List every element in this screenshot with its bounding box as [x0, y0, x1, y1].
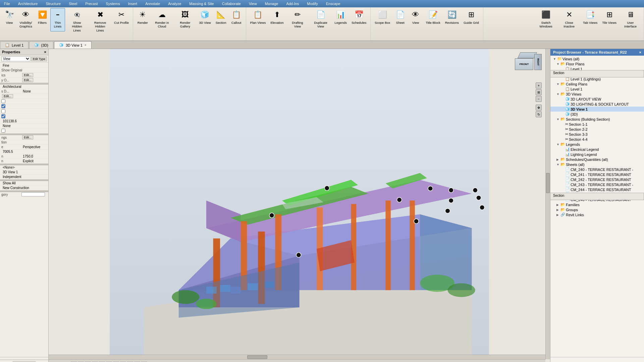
nav-manage[interactable]: Manage: [262, 1, 281, 6]
tree-sections-building[interactable]: ▼ 📂 Sections (Building Section): [550, 117, 644, 122]
expand-families[interactable]: ▶: [556, 203, 560, 206]
expand-legends[interactable]: ▼: [556, 143, 560, 146]
tab-views-btn[interactable]: 📑 Tab Views: [581, 8, 599, 32]
close-inactive-btn[interactable]: ✕ Close Inactive: [558, 8, 580, 32]
tree-3d-lighting[interactable]: 🧊 3D LIGHTING & SOCKET LAYOUT: [550, 102, 644, 107]
user-interface-btn[interactable]: 🖥 User Interface: [619, 8, 642, 32]
cb3-checkbox[interactable]: [1, 109, 5, 113]
tree-ceiling-level1[interactable]: 📋 Level 1: [550, 86, 644, 92]
cb2-checkbox[interactable]: [1, 104, 5, 108]
show-hidden-lines-btn[interactable]: 👁‍🗨 Show Hidden Lines: [66, 8, 88, 34]
switch-windows-btn[interactable]: ⬛ Switch Windows: [535, 8, 557, 32]
viewport-h-scrollbar[interactable]: [49, 355, 545, 359]
tree-floor-plans[interactable]: ▼ 📂 Floor Plans: [550, 61, 644, 66]
zoom-in-btn[interactable]: +: [536, 82, 542, 88]
tab-3d-view1-close[interactable]: ×: [85, 43, 87, 47]
tree-section-2-2[interactable]: ✂ Section 2-2: [550, 127, 644, 132]
tree-3d-bracket[interactable]: 🧊 {3D}: [550, 112, 644, 117]
project-browser-close[interactable]: ×: [639, 50, 641, 54]
tile-views-btn[interactable]: ⊞ Tile Views: [600, 8, 619, 32]
nav-collaborate[interactable]: Collaborate: [219, 1, 244, 6]
cut-profile-btn[interactable]: ✂ Cut Profile: [112, 8, 131, 32]
view-ribbon-btn[interactable]: 🔭 View: [2, 8, 17, 32]
render-gallery-btn[interactable]: 🖼 Render Gallery: [174, 8, 196, 32]
tree-cm245[interactable]: 📄 CM_245 - TERRACE RESTAURANT: [550, 192, 644, 197]
cb4-checkbox[interactable]: [1, 114, 5, 118]
nav-structure[interactable]: Structure: [43, 1, 63, 6]
tree-level1-light[interactable]: 📋 Level 1 (Lightings): [550, 76, 644, 81]
nav-view[interactable]: View: [246, 1, 260, 6]
expand-revit-links[interactable]: ▶: [556, 213, 560, 217]
edit3-btn[interactable]: Edit...: [2, 94, 13, 98]
filters-btn[interactable]: 🔽 Filters: [35, 8, 50, 32]
tree-3d-views[interactable]: ▼ 📂 3D Views: [550, 92, 644, 97]
tab-3d-bracket[interactable]: 🧊 {3D}: [29, 41, 53, 49]
category-input[interactable]: [21, 192, 45, 196]
tree-level1[interactable]: 📋 Level 1: [550, 66, 644, 71]
view-sheet-btn[interactable]: 👁 View: [408, 8, 423, 32]
callout-btn[interactable]: 📋 Callout: [229, 8, 244, 32]
nav-annotate[interactable]: Annotate: [143, 1, 163, 6]
tree-elec-legend[interactable]: 📊 Electrical Legend: [550, 147, 644, 152]
cb5-checkbox[interactable]: [1, 129, 5, 133]
tree-families[interactable]: ▶ 📂 Families: [550, 202, 644, 207]
tree-cm240[interactable]: 📄 CM_240 - TERRACE RESTAURANT -: [550, 167, 644, 172]
nav-addins[interactable]: Add-Ins: [283, 1, 302, 6]
v-scrollbar-thumb[interactable]: [546, 173, 550, 193]
tree-cm244[interactable]: 📄 CM_244 - TERRACE RESTAURANT: [550, 187, 644, 192]
expand-ceiling-plans[interactable]: ▼: [556, 82, 560, 86]
tree-legends[interactable]: ▼ 📂 Legends: [550, 142, 644, 147]
tab-level1[interactable]: 📋 Level 1: [0, 41, 29, 49]
visibility-btn[interactable]: 👁 Visibility/Graphics: [17, 8, 34, 32]
thin-lines-btn[interactable]: ━ ThinLines: [50, 8, 65, 32]
render-cloud-btn[interactable]: ☁ Render in Cloud: [151, 8, 173, 32]
expand-views-all[interactable]: ▼: [553, 57, 557, 61]
expand-schedules[interactable]: ▶: [556, 158, 560, 161]
cube-front-face[interactable]: FRONT: [515, 58, 533, 70]
sheet-btn[interactable]: 📄 Sheet: [393, 8, 408, 32]
duplicate-view-btn[interactable]: 📄 Duplicate View: [310, 8, 332, 32]
title-block-btn[interactable]: 📝 Title Block: [424, 8, 442, 32]
tree-3d-layout[interactable]: 🧊 3D LAYOUT VIEW: [550, 97, 644, 102]
expand-3d-views[interactable]: ▼: [556, 93, 560, 96]
ngs-edit-btn[interactable]: Edit...: [22, 135, 33, 139]
tab-3d-view1[interactable]: 🧊 3D View 1 ×: [54, 41, 92, 49]
3d-view-btn[interactable]: 🧊 3D View: [197, 8, 213, 32]
tree-3d-view1[interactable]: 🧊 3D View 1: [550, 107, 644, 112]
tree-schedules[interactable]: ▶ 📂 Schedules/Quantities (all): [550, 157, 644, 162]
ics-edit-btn[interactable]: Edit...: [22, 73, 33, 77]
nav-systems[interactable]: Systems: [103, 1, 122, 6]
pan-btn[interactable]: ✥: [536, 105, 542, 111]
guide-grid-btn[interactable]: ⊞ Guide Grid: [462, 8, 481, 32]
tree-cm243[interactable]: 📄 CM_243 - TERRACE RESTAURANT -: [550, 182, 644, 187]
tree-level1-elec[interactable]: 📋 Level 1 (Electrical Sockets): [550, 71, 644, 76]
nav-architecture[interactable]: Architecture: [15, 1, 41, 6]
tree-revit-links[interactable]: ▶ 🔗 Revit Links: [550, 212, 644, 217]
tree-section-4-4[interactable]: ✂ Section 4-4: [550, 137, 644, 142]
yo-edit-btn[interactable]: Edit...: [22, 78, 33, 82]
expand-floor-plans[interactable]: ▼: [556, 62, 560, 66]
drafting-view-btn[interactable]: ✏ Drafting View: [286, 8, 309, 32]
tree-cm241[interactable]: 📄 CM_241 - TERRACE RESTAURANT: [550, 172, 644, 177]
revisions-btn[interactable]: 🔄 Revisions: [443, 8, 461, 32]
edit-type-btn[interactable]: Edit Type: [31, 57, 47, 61]
plan-views-btn[interactable]: 📋 Plan Views: [248, 8, 268, 32]
tree-views-all[interactable]: ▼ 📁 Views (all): [550, 56, 644, 61]
properties-close[interactable]: ×: [44, 50, 46, 54]
tree-cm242[interactable]: 📄 CM_242 - TERRACE RESTAURANT: [550, 177, 644, 182]
nav-file[interactable]: File: [1, 1, 13, 6]
h-scrollbar-thumb[interactable]: [247, 355, 267, 359]
viewport-v-scrollbar[interactable]: [545, 49, 550, 359]
nav-insert[interactable]: Insert: [125, 1, 140, 6]
legends-btn[interactable]: 📊 Legends: [333, 8, 349, 32]
nav-massing[interactable]: Massing & Site: [186, 1, 216, 6]
cb1-checkbox[interactable]: [1, 99, 5, 103]
type-selector-dropdown[interactable]: View: [1, 56, 31, 61]
tree-cm246[interactable]: 📄 CM_246 - TERRACE RESTAURANT: [550, 197, 644, 202]
zoom-out-btn[interactable]: −: [536, 96, 542, 102]
render-btn[interactable]: ☀ Render: [135, 8, 150, 32]
nav-analyze[interactable]: Analyze: [165, 1, 184, 6]
expand-groups[interactable]: ▶: [556, 208, 560, 212]
zoom-extent-btn[interactable]: ⊞: [536, 89, 542, 95]
tree-section-1-1[interactable]: ✂ Section 1-1: [550, 122, 644, 127]
